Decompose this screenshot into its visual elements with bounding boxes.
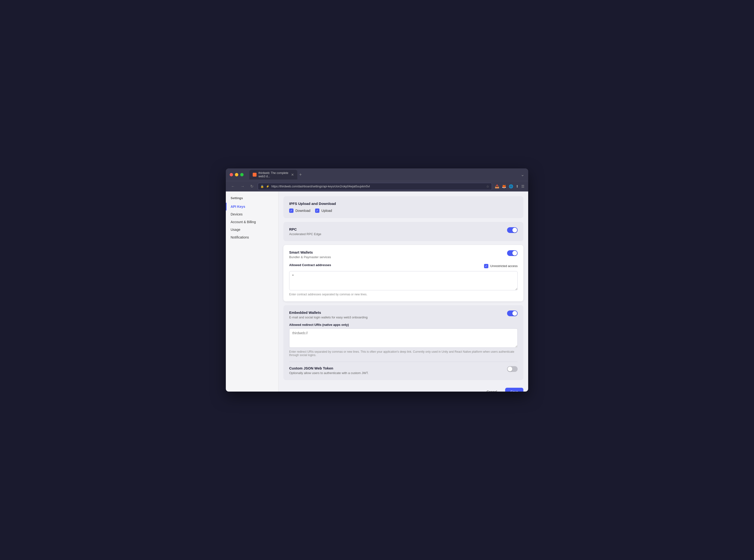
smart-wallets-subtitle: Bundler & Paymaster services [289, 255, 331, 259]
cancel-button[interactable]: Cancel [481, 388, 502, 392]
dns-icon: ⚡ [266, 185, 270, 188]
bookmark-icon[interactable]: ☆ [486, 184, 489, 188]
tab-area: thirdweb: The complete web3 d... ✕ + [249, 170, 302, 179]
new-tab-button[interactable]: + [299, 172, 302, 177]
redirect-uris-section: Allowed redirect URIs (native apps only)… [289, 323, 518, 357]
more-menu-icon[interactable]: ☰ [521, 184, 524, 188]
download-label: Download [295, 209, 310, 213]
forward-button[interactable]: → [239, 183, 246, 189]
back-button[interactable]: ← [230, 183, 236, 189]
smart-wallets-header: Smart Wallets Bundler & Paymaster servic… [289, 250, 518, 259]
tab-close-icon[interactable]: ✕ [291, 173, 294, 177]
custom-jwt-subtitle: Optionally allow users to authenticate w… [289, 371, 369, 375]
contract-addresses-row: Allowed Contract addresses ✓ Unrestricte… [289, 263, 518, 269]
share-icon[interactable]: ⬆ [516, 184, 519, 188]
upload-label: Upload [321, 209, 332, 213]
embedded-wallets-subtitle: E-mail and social login wallets for easy… [289, 316, 368, 319]
redirect-uris-textarea[interactable] [289, 328, 518, 348]
rpc-text-group: RPC Accelerated RPC Edge [289, 227, 321, 236]
reload-button[interactable]: ↻ [249, 183, 255, 189]
contract-addresses-textarea[interactable]: * [289, 271, 518, 290]
unrestricted-access-group[interactable]: ✓ Unrestricted access [484, 264, 518, 268]
url-text: https://thirdweb.com/dashboard/settings/… [272, 185, 484, 188]
tab-favicon-icon [253, 173, 257, 177]
contract-addresses-section: Allowed Contract addresses ✓ Unrestricte… [289, 263, 518, 296]
close-button[interactable] [230, 173, 233, 176]
ipfs-checkboxes: ✓ Download ✓ Upload [289, 208, 518, 213]
redirect-uris-label: Allowed redirect URIs (native apps only) [289, 323, 518, 326]
download-check-icon: ✓ [290, 209, 293, 212]
ipfs-card: IPFS Upload and Download ✓ Download ✓ Up… [283, 196, 523, 218]
unrestricted-label-text: Unrestricted access [490, 264, 518, 268]
redirect-uris-hint: Enter redirect URIs separated by commas … [289, 350, 518, 357]
upload-checkbox[interactable]: ✓ [315, 208, 319, 213]
extension-icon[interactable]: 🦊 [502, 184, 507, 188]
smart-wallets-card: Smart Wallets Bundler & Paymaster servic… [283, 245, 523, 301]
custom-jwt-section: Custom JSON Web Token Optionally allow u… [289, 362, 518, 375]
address-bar[interactable]: 🔒 ⚡ https://thirdweb.com/dashboard/setti… [258, 183, 492, 190]
browser-window: thirdweb: The complete web3 d... ✕ + ⌄ ←… [226, 168, 528, 392]
unrestricted-checkbox[interactable]: ✓ [484, 264, 488, 268]
download-checkbox-item[interactable]: ✓ Download [289, 208, 310, 213]
embedded-wallets-title: Embedded Wallets [289, 311, 368, 315]
rpc-card-header: RPC Accelerated RPC Edge [289, 227, 518, 236]
pocket-icon[interactable]: 📥 [495, 184, 499, 188]
tab-title: thirdweb: The complete web3 d... [258, 171, 289, 178]
unrestricted-check-icon: ✓ [485, 264, 488, 268]
nav-bar: ← → ↻ 🔒 ⚡ https://thirdweb.com/dashboard… [226, 181, 528, 192]
sidebar-header: Settings [226, 196, 278, 203]
custom-jwt-header: Custom JSON Web Token Optionally allow u… [289, 366, 518, 375]
ipfs-title: IPFS Upload and Download [289, 202, 518, 206]
save-button[interactable]: Save [505, 388, 523, 392]
sidebar: Settings API Keys Devices Account & Bill… [226, 192, 279, 392]
maximize-button[interactable] [240, 173, 243, 176]
browser-tab[interactable]: thirdweb: The complete web3 d... ✕ [249, 170, 297, 179]
rpc-toggle[interactable] [507, 227, 518, 233]
sidebar-item-notifications[interactable]: Notifications [226, 234, 278, 241]
smart-wallets-text-group: Smart Wallets Bundler & Paymaster servic… [289, 250, 331, 259]
browser-menu-icon: ⌄ [521, 172, 524, 177]
custom-jwt-toggle[interactable] [507, 366, 518, 372]
traffic-lights [230, 173, 243, 176]
embedded-wallets-header: Embedded Wallets E-mail and social login… [289, 311, 518, 319]
embedded-wallets-toggle[interactable] [507, 311, 518, 316]
upload-checkbox-item[interactable]: ✓ Upload [315, 208, 332, 213]
sidebar-item-devices[interactable]: Devices [226, 211, 278, 218]
smart-wallets-title: Smart Wallets [289, 250, 331, 254]
rpc-title: RPC [289, 227, 321, 231]
embedded-wallets-text-group: Embedded Wallets E-mail and social login… [289, 311, 368, 319]
download-checkbox[interactable]: ✓ [289, 208, 294, 213]
rpc-subtitle: Accelerated RPC Edge [289, 232, 321, 236]
contract-addresses-label: Allowed Contract addresses [289, 263, 331, 267]
wallet-icon[interactable]: 🌐 [509, 184, 513, 188]
rpc-card: RPC Accelerated RPC Edge [283, 222, 523, 241]
custom-jwt-title: Custom JSON Web Token [289, 366, 369, 370]
sidebar-item-account-billing[interactable]: Account & Billing [226, 218, 278, 226]
minimize-button[interactable] [235, 173, 238, 176]
nav-icons-group: 📥 🦊 🌐 ⬆ ☰ [495, 184, 524, 188]
content-area: Settings API Keys Devices Account & Bill… [226, 192, 528, 392]
upload-check-icon: ✓ [316, 209, 318, 212]
bottom-actions: Cancel Save [283, 384, 523, 392]
security-icon: 🔒 [260, 185, 264, 188]
smart-wallets-toggle[interactable] [507, 250, 518, 256]
main-panel: IPFS Upload and Download ✓ Download ✓ Up… [279, 192, 528, 392]
title-bar: thirdweb: The complete web3 d... ✕ + ⌄ [226, 168, 528, 181]
sidebar-item-usage[interactable]: Usage [226, 226, 278, 234]
sidebar-item-api-keys[interactable]: API Keys [226, 203, 278, 211]
custom-jwt-text-group: Custom JSON Web Token Optionally allow u… [289, 366, 369, 375]
embedded-wallets-card: Embedded Wallets E-mail and social login… [283, 305, 523, 380]
contract-addresses-hint: Enter contract addresses separated by co… [289, 293, 518, 296]
